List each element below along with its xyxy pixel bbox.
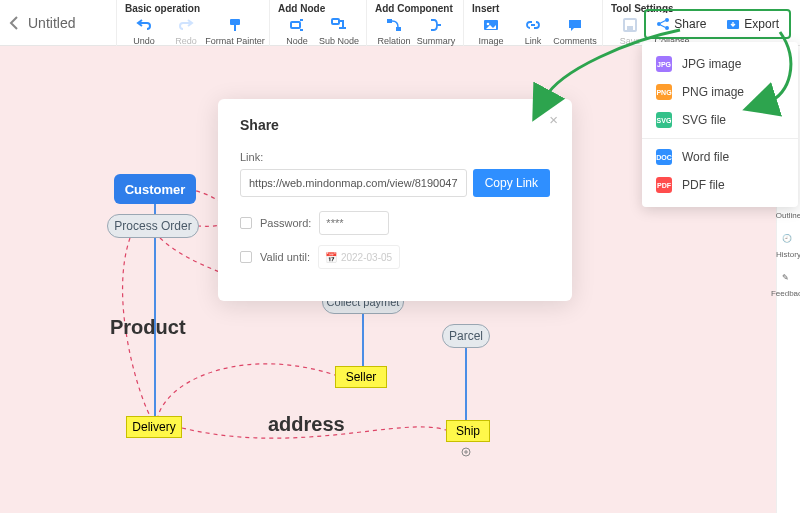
export-word[interactable]: DOCWord file <box>642 143 798 171</box>
relation-icon <box>385 16 403 34</box>
relation-button[interactable]: Relation <box>375 16 413 46</box>
password-label: Password: <box>260 217 311 229</box>
node-ship[interactable]: Ship <box>446 420 490 442</box>
format-painter-button[interactable]: Format Painter <box>209 16 261 46</box>
node-customer[interactable]: Customer <box>114 174 196 204</box>
export-svg[interactable]: SVGSVG file <box>642 106 798 134</box>
export-menu: JPGJPG image PNGPNG image SVGSVG file DO… <box>642 42 798 207</box>
format-painter-icon <box>226 16 244 34</box>
share-link-input[interactable] <box>240 169 467 197</box>
group-basic-operation: Basic operation Undo Redo Format Painter <box>116 0 269 48</box>
svg-point-11 <box>665 18 669 22</box>
share-export-group: Share Export <box>644 9 791 39</box>
history-icon: 🕘 <box>782 234 796 248</box>
undo-button[interactable]: Undo <box>125 16 163 46</box>
close-icon[interactable]: × <box>549 111 558 128</box>
export-icon <box>726 17 740 31</box>
svg-rect-5 <box>396 27 401 31</box>
word-file-icon: DOC <box>656 149 672 165</box>
export-pdf[interactable]: PDFPDF file <box>642 171 798 199</box>
svg-rect-4 <box>387 19 392 23</box>
svg-rect-2 <box>291 22 300 28</box>
feedback-icon: ✎ <box>782 273 796 287</box>
svg-rect-0 <box>230 19 240 25</box>
undo-icon <box>135 16 153 34</box>
save-icon <box>621 16 639 34</box>
image-icon <box>482 16 500 34</box>
group-add-component: Add Component Relation Summary <box>366 0 463 48</box>
comments-button[interactable]: Comments <box>556 16 594 46</box>
node-parcel[interactable]: Parcel <box>442 324 490 348</box>
svg-rect-3 <box>332 19 339 24</box>
valid-until-label: Valid until: <box>260 251 310 263</box>
svg-rect-9 <box>627 26 633 30</box>
export-jpg[interactable]: JPGJPG image <box>642 50 798 78</box>
png-file-icon: PNG <box>656 84 672 100</box>
back-button[interactable] <box>0 0 28 46</box>
node-icon <box>288 16 306 34</box>
redo-icon <box>177 16 195 34</box>
link-icon <box>524 16 542 34</box>
valid-until-checkbox[interactable] <box>240 251 252 263</box>
rail-history[interactable]: 🕘History <box>777 234 800 259</box>
document-title[interactable]: Untitled <box>28 0 116 46</box>
redo-button[interactable]: Redo <box>167 16 205 46</box>
jpg-file-icon: JPG <box>656 56 672 72</box>
pdf-file-icon: PDF <box>656 177 672 193</box>
sub-node-button[interactable]: Sub Node <box>320 16 358 46</box>
password-checkbox[interactable] <box>240 217 252 229</box>
summary-icon <box>427 16 445 34</box>
calendar-icon: 📅 <box>325 252 337 263</box>
share-icon <box>656 17 670 31</box>
image-button[interactable]: Image <box>472 16 510 46</box>
export-button[interactable]: Export <box>718 13 787 35</box>
node-process-order[interactable]: Process Order <box>107 214 199 238</box>
link-button[interactable]: Link <box>514 16 552 46</box>
label-product: Product <box>110 316 186 339</box>
svg-file-icon: SVG <box>656 112 672 128</box>
share-dialog: × Share Link: Copy Link Password: Valid … <box>218 99 572 301</box>
rail-feedback[interactable]: ✎Feedback <box>777 273 800 298</box>
group-insert: Insert Image Link Comments <box>463 0 602 48</box>
link-label: Link: <box>240 151 550 163</box>
svg-point-12 <box>665 26 669 30</box>
share-button[interactable]: Share <box>648 13 714 35</box>
valid-until-input[interactable]: 📅 2022-03-05 <box>318 245 400 269</box>
label-address: address <box>268 413 345 436</box>
comments-icon <box>566 16 584 34</box>
password-input[interactable] <box>319 211 389 235</box>
share-dialog-title: Share <box>240 117 550 133</box>
svg-rect-1 <box>234 25 236 31</box>
menu-divider <box>642 138 798 139</box>
export-png[interactable]: PNGPNG image <box>642 78 798 106</box>
svg-point-7 <box>487 23 490 26</box>
sub-node-icon <box>330 16 348 34</box>
group-add-node: Add Node Node Sub Node <box>269 0 366 48</box>
summary-button[interactable]: Summary <box>417 16 455 46</box>
node-seller[interactable]: Seller <box>335 366 387 388</box>
node-delivery[interactable]: Delivery <box>126 416 182 438</box>
node-button[interactable]: Node <box>278 16 316 46</box>
copy-link-button[interactable]: Copy Link <box>473 169 550 197</box>
